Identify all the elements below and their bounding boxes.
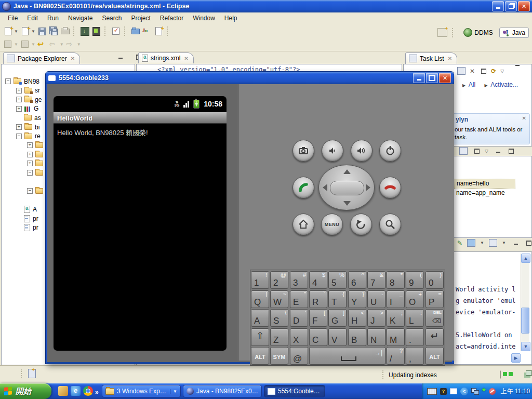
- pin-console-icon[interactable]: ✎: [457, 240, 462, 247]
- filter-all-link[interactable]: All: [469, 81, 475, 88]
- volume-up-button[interactable]: [351, 140, 373, 162]
- scroll-down-icon[interactable]: ▼: [521, 342, 530, 351]
- key-q[interactable]: Q|: [251, 290, 269, 308]
- tab-strings-xml[interactable]: strings.xml ✕: [138, 52, 194, 63]
- key-g[interactable]: G]: [328, 309, 347, 327]
- scroll-right-icon[interactable]: ▶: [511, 353, 521, 363]
- new-java-project-icon[interactable]: +: [20, 26, 30, 36]
- quicklaunch-more-chevron[interactable]: »: [95, 389, 99, 396]
- tree-item[interactable]: −: [27, 168, 46, 177]
- help-tray-icon[interactable]: ?: [440, 388, 447, 395]
- key-u[interactable]: U-: [367, 290, 385, 308]
- dpad-right-icon[interactable]: [366, 184, 370, 191]
- open-console-icon[interactable]: [489, 239, 497, 247]
- key-5[interactable]: 5%: [328, 271, 347, 289]
- dpad-left-icon[interactable]: [323, 184, 327, 191]
- keyboard-tray-icon[interactable]: [427, 388, 437, 395]
- tree-item[interactable]: +bi: [16, 123, 39, 131]
- quicklaunch-outlook-icon[interactable]: [58, 386, 68, 396]
- tree-toggle-icon[interactable]: −: [27, 170, 33, 176]
- outline-item[interactable]: name=app_name: [454, 189, 527, 197]
- dpad[interactable]: [318, 165, 375, 210]
- tree-item[interactable]: +: [27, 159, 46, 168]
- key-7[interactable]: 7&: [367, 271, 385, 289]
- key-enter[interactable]: ↵: [425, 328, 444, 346]
- quicklaunch-ie-icon[interactable]: e: [71, 386, 81, 396]
- key-v[interactable]: V: [328, 328, 347, 346]
- tree-toggle-icon[interactable]: +: [16, 124, 22, 130]
- key-e[interactable]: E": [290, 290, 308, 308]
- last-edit-location-icon[interactable]: ↩: [37, 39, 47, 49]
- tree-toggle-icon[interactable]: +: [27, 152, 33, 157]
- scroll-up-icon[interactable]: ▲: [521, 254, 530, 263]
- tab-package-explorer[interactable]: Package Explorer ✕: [3, 52, 80, 64]
- key-alt[interactable]: ALT: [251, 347, 269, 365]
- menu-item-run[interactable]: Run: [43, 14, 63, 23]
- new-task-check-icon[interactable]: [111, 26, 121, 36]
- task-list-minimize-icon[interactable]: [514, 61, 521, 67]
- menu-item-navigate[interactable]: Navigate: [63, 14, 97, 23]
- key-8[interactable]: 8*: [387, 271, 405, 289]
- taskbar-task-2[interactable]: Java - BN98025Ex030...: [183, 385, 262, 397]
- menu-button[interactable]: MENU: [321, 214, 343, 235]
- clear-icon[interactable]: ✕: [470, 68, 475, 75]
- key-w[interactable]: W~: [270, 290, 288, 308]
- key-1[interactable]: 1!: [251, 271, 269, 289]
- avd-manager-icon[interactable]: [91, 26, 101, 36]
- key-space[interactable]: →|: [309, 347, 385, 365]
- menu-item-file[interactable]: File: [3, 14, 22, 23]
- chevron-down-icon[interactable]: ▼: [170, 389, 177, 394]
- progress-view-icon[interactable]: [526, 370, 532, 376]
- key-shift[interactable]: ⇧: [251, 328, 269, 346]
- tree-item[interactable]: +sr: [16, 86, 40, 95]
- close-icon[interactable]: ✕: [522, 115, 526, 121]
- console-minimize-icon[interactable]: [513, 240, 520, 246]
- collapse-all-icon[interactable]: [473, 148, 480, 154]
- dpad-down-icon[interactable]: [343, 201, 351, 206]
- tree-toggle-icon[interactable]: +: [27, 161, 33, 166]
- close-icon[interactable]: ✕: [184, 56, 188, 61]
- menu-item-search[interactable]: Search: [97, 14, 126, 23]
- key-@[interactable]: @: [290, 347, 308, 365]
- view-menu-icon[interactable]: ▽: [500, 69, 504, 74]
- key-9[interactable]: 9(: [406, 271, 424, 289]
- outline-item-selected[interactable]: name=hello: [454, 179, 515, 189]
- power-button[interactable]: [379, 140, 401, 162]
- key-p[interactable]: P=: [425, 290, 444, 308]
- print-icon[interactable]: [60, 26, 70, 36]
- taskbar-task-3[interactable]: 5554:Gooble233: [264, 385, 325, 397]
- start-button[interactable]: 開始: [0, 383, 51, 399]
- key-3[interactable]: 3#: [290, 271, 308, 289]
- key-4[interactable]: 4$: [309, 271, 327, 289]
- outline-maximize-icon[interactable]: [508, 148, 514, 154]
- key-j[interactable]: J>: [367, 309, 385, 327]
- key-m[interactable]: M: [387, 328, 405, 346]
- collapse-all-icon[interactable]: [480, 68, 487, 74]
- key-d[interactable]: D': [290, 309, 308, 327]
- search-button[interactable]: [379, 214, 401, 235]
- menu-item-edit[interactable]: Edit: [22, 14, 43, 23]
- key-r[interactable]: R`: [309, 290, 327, 308]
- open-type-icon[interactable]: [131, 26, 141, 36]
- package-explorer-minimize-icon[interactable]: [117, 54, 124, 60]
- language-bar-icon[interactable]: <: [460, 388, 468, 395]
- activate-link[interactable]: Activate...: [490, 81, 518, 88]
- key-.[interactable]: .: [406, 328, 424, 346]
- key-6[interactable]: 6^: [348, 271, 366, 289]
- new-task-icon[interactable]: [457, 67, 466, 75]
- key-o[interactable]: O+: [406, 290, 424, 308]
- key-c[interactable]: C: [309, 328, 327, 346]
- key-f[interactable]: F[: [309, 309, 327, 327]
- tree-toggle-icon[interactable]: −: [5, 78, 11, 84]
- new-xml-file-icon[interactable]: +: [154, 26, 164, 36]
- safely-remove-icon[interactable]: [489, 388, 496, 395]
- call-button[interactable]: [292, 177, 314, 198]
- end-call-button[interactable]: [379, 177, 401, 198]
- key-delete[interactable]: DEL⌫: [425, 309, 444, 327]
- key-2[interactable]: 2@: [270, 271, 288, 289]
- tree-item[interactable]: +: [27, 141, 46, 150]
- chevron-down-icon[interactable]: ▼: [14, 29, 18, 34]
- key-0[interactable]: 0): [425, 271, 444, 289]
- key-sym[interactable]: SYM: [270, 347, 288, 365]
- tree-toggle-icon[interactable]: +: [16, 88, 22, 94]
